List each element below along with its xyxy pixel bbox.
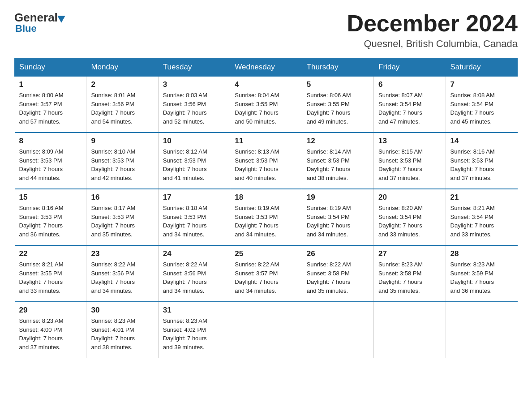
- weekday-header-monday: Monday: [86, 58, 158, 77]
- weekday-header-row: SundayMondayTuesdayWednesdayThursdayFrid…: [15, 58, 518, 77]
- calendar-cell: 18 Sunrise: 8:19 AMSunset: 3:53 PMDaylig…: [230, 189, 302, 245]
- day-info: Sunrise: 8:14 AMSunset: 3:53 PMDaylight:…: [307, 147, 369, 182]
- day-info: Sunrise: 8:22 AMSunset: 3:58 PMDaylight:…: [307, 260, 369, 295]
- title-block: December 2024 Quesnel, British Columbia,…: [347, 11, 518, 50]
- day-number: 10: [163, 137, 225, 146]
- logo-arrow-icon: [57, 12, 67, 22]
- day-number: 11: [235, 137, 297, 146]
- day-number: 28: [450, 249, 513, 258]
- day-number: 22: [19, 249, 82, 258]
- day-number: 31: [163, 306, 225, 315]
- day-number: 26: [307, 249, 369, 258]
- calendar-cell: 6 Sunrise: 8:07 AMSunset: 3:54 PMDayligh…: [374, 77, 446, 133]
- calendar-cell: 10 Sunrise: 8:12 AMSunset: 3:53 PMDaylig…: [158, 133, 230, 189]
- day-info: Sunrise: 8:09 AMSunset: 3:53 PMDaylight:…: [19, 147, 82, 182]
- calendar-week-2: 8 Sunrise: 8:09 AMSunset: 3:53 PMDayligh…: [15, 133, 518, 189]
- calendar-cell: 8 Sunrise: 8:09 AMSunset: 3:53 PMDayligh…: [15, 133, 86, 189]
- day-number: 18: [235, 193, 297, 202]
- day-number: 7: [450, 80, 513, 89]
- logo-blue-text: Blue: [15, 23, 37, 34]
- day-number: 19: [307, 193, 369, 202]
- calendar-cell: 30 Sunrise: 8:23 AMSunset: 4:01 PMDaylig…: [86, 302, 158, 358]
- day-info: Sunrise: 8:16 AMSunset: 3:53 PMDaylight:…: [450, 147, 513, 182]
- calendar-cell: 20 Sunrise: 8:20 AMSunset: 3:54 PMDaylig…: [374, 189, 446, 245]
- calendar-cell: 25 Sunrise: 8:22 AMSunset: 3:57 PMDaylig…: [230, 245, 302, 302]
- calendar-cell: 17 Sunrise: 8:18 AMSunset: 3:53 PMDaylig…: [158, 189, 230, 245]
- day-number: 29: [19, 306, 82, 315]
- calendar-cell: 23 Sunrise: 8:22 AMSunset: 3:56 PMDaylig…: [86, 245, 158, 302]
- day-info: Sunrise: 8:16 AMSunset: 3:53 PMDaylight:…: [19, 204, 82, 239]
- calendar-cell: 24 Sunrise: 8:22 AMSunset: 3:56 PMDaylig…: [158, 245, 230, 302]
- calendar-cell: 28 Sunrise: 8:23 AMSunset: 3:59 PMDaylig…: [446, 245, 517, 302]
- calendar-week-4: 22 Sunrise: 8:21 AMSunset: 3:55 PMDaylig…: [15, 245, 518, 302]
- day-number: 21: [450, 193, 513, 202]
- day-info: Sunrise: 8:18 AMSunset: 3:53 PMDaylight:…: [163, 204, 225, 239]
- day-info: Sunrise: 8:19 AMSunset: 3:54 PMDaylight:…: [307, 204, 369, 239]
- calendar-cell: [230, 302, 302, 358]
- day-info: Sunrise: 8:23 AMSunset: 3:59 PMDaylight:…: [450, 260, 513, 295]
- day-info: Sunrise: 8:20 AMSunset: 3:54 PMDaylight:…: [378, 204, 441, 239]
- day-info: Sunrise: 8:06 AMSunset: 3:55 PMDaylight:…: [307, 91, 369, 126]
- day-info: Sunrise: 8:10 AMSunset: 3:53 PMDaylight:…: [91, 147, 153, 182]
- day-info: Sunrise: 8:22 AMSunset: 3:57 PMDaylight:…: [235, 260, 297, 295]
- calendar-location: Quesnel, British Columbia, Canada: [347, 38, 518, 50]
- day-info: Sunrise: 8:01 AMSunset: 3:56 PMDaylight:…: [91, 91, 153, 126]
- day-info: Sunrise: 8:04 AMSunset: 3:55 PMDaylight:…: [235, 91, 297, 126]
- day-info: Sunrise: 8:21 AMSunset: 3:55 PMDaylight:…: [19, 260, 82, 295]
- calendar-cell: 14 Sunrise: 8:16 AMSunset: 3:53 PMDaylig…: [446, 133, 517, 189]
- day-info: Sunrise: 8:08 AMSunset: 3:54 PMDaylight:…: [450, 91, 513, 126]
- day-number: 25: [235, 249, 297, 258]
- day-number: 20: [378, 193, 441, 202]
- day-info: Sunrise: 8:07 AMSunset: 3:54 PMDaylight:…: [378, 91, 441, 126]
- day-info: Sunrise: 8:19 AMSunset: 3:53 PMDaylight:…: [235, 204, 297, 239]
- calendar-week-5: 29 Sunrise: 8:23 AMSunset: 4:00 PMDaylig…: [15, 302, 518, 358]
- calendar-cell: [446, 302, 517, 358]
- day-number: 6: [378, 80, 441, 89]
- weekday-header-friday: Friday: [374, 58, 446, 77]
- day-info: Sunrise: 8:23 AMSunset: 3:58 PMDaylight:…: [378, 260, 441, 295]
- calendar-cell: 9 Sunrise: 8:10 AMSunset: 3:53 PMDayligh…: [86, 133, 158, 189]
- day-info: Sunrise: 8:23 AMSunset: 4:02 PMDaylight:…: [163, 317, 225, 351]
- day-number: 1: [19, 80, 82, 89]
- calendar-cell: 11 Sunrise: 8:13 AMSunset: 3:53 PMDaylig…: [230, 133, 302, 189]
- day-info: Sunrise: 8:21 AMSunset: 3:54 PMDaylight:…: [450, 204, 513, 239]
- calendar-cell: [302, 302, 373, 358]
- day-number: 23: [91, 249, 153, 258]
- weekday-header-sunday: Sunday: [15, 58, 86, 77]
- calendar-cell: 26 Sunrise: 8:22 AMSunset: 3:58 PMDaylig…: [302, 245, 373, 302]
- calendar-cell: 13 Sunrise: 8:15 AMSunset: 3:53 PMDaylig…: [374, 133, 446, 189]
- calendar-title: December 2024: [347, 11, 518, 36]
- weekday-header-tuesday: Tuesday: [158, 58, 230, 77]
- day-number: 5: [307, 80, 369, 89]
- day-number: 27: [378, 249, 441, 258]
- calendar-cell: 15 Sunrise: 8:16 AMSunset: 3:53 PMDaylig…: [15, 189, 86, 245]
- page-header: General Blue December 2024 Quesnel, Brit…: [14, 11, 518, 50]
- calendar-cell: 29 Sunrise: 8:23 AMSunset: 4:00 PMDaylig…: [15, 302, 86, 358]
- calendar-cell: 19 Sunrise: 8:19 AMSunset: 3:54 PMDaylig…: [302, 189, 373, 245]
- day-info: Sunrise: 8:03 AMSunset: 3:56 PMDaylight:…: [163, 91, 225, 126]
- day-number: 12: [307, 137, 369, 146]
- day-number: 24: [163, 249, 225, 258]
- calendar-cell: 27 Sunrise: 8:23 AMSunset: 3:58 PMDaylig…: [374, 245, 446, 302]
- day-number: 4: [235, 80, 297, 89]
- day-info: Sunrise: 8:00 AMSunset: 3:57 PMDaylight:…: [19, 91, 82, 126]
- calendar-cell: 16 Sunrise: 8:17 AMSunset: 3:53 PMDaylig…: [86, 189, 158, 245]
- day-number: 8: [19, 137, 82, 146]
- day-info: Sunrise: 8:23 AMSunset: 4:01 PMDaylight:…: [91, 317, 153, 351]
- calendar-cell: 22 Sunrise: 8:21 AMSunset: 3:55 PMDaylig…: [15, 245, 86, 302]
- day-number: 2: [91, 80, 153, 89]
- calendar-cell: 5 Sunrise: 8:06 AMSunset: 3:55 PMDayligh…: [302, 77, 373, 133]
- day-number: 13: [378, 137, 441, 146]
- day-number: 30: [91, 306, 153, 315]
- logo: General Blue: [14, 11, 66, 34]
- calendar-cell: 31 Sunrise: 8:23 AMSunset: 4:02 PMDaylig…: [158, 302, 230, 358]
- calendar-week-3: 15 Sunrise: 8:16 AMSunset: 3:53 PMDaylig…: [15, 189, 518, 245]
- calendar-cell: 21 Sunrise: 8:21 AMSunset: 3:54 PMDaylig…: [446, 189, 517, 245]
- day-info: Sunrise: 8:23 AMSunset: 4:00 PMDaylight:…: [19, 317, 82, 351]
- calendar-cell: [374, 302, 446, 358]
- day-info: Sunrise: 8:13 AMSunset: 3:53 PMDaylight:…: [235, 147, 297, 182]
- day-number: 3: [163, 80, 225, 89]
- weekday-header-thursday: Thursday: [302, 58, 373, 77]
- calendar-cell: 7 Sunrise: 8:08 AMSunset: 3:54 PMDayligh…: [446, 77, 517, 133]
- day-number: 9: [91, 137, 153, 146]
